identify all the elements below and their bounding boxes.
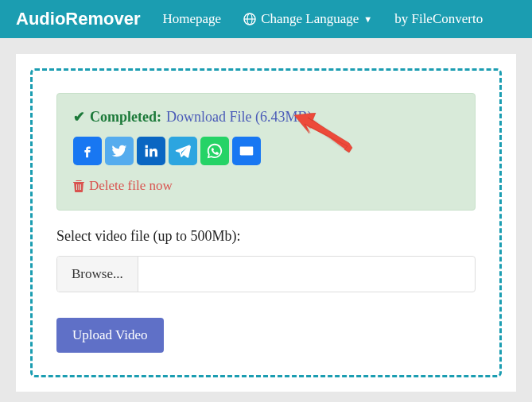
nav-change-language-label: Change Language [261,11,359,27]
page-wrapper: ✔ Completed: Download File (6.43MB) [0,38,532,402]
inner-wrap: ✔ Completed: Download File (6.43MB) [16,54,516,392]
chevron-down-icon: ▼ [363,14,372,24]
trash-icon [73,180,84,192]
delete-label: Delete file now [89,178,173,194]
telegram-icon [174,142,192,160]
share-email[interactable] [232,137,261,165]
nav-homepage[interactable]: Homepage [162,11,221,27]
email-icon [238,142,255,160]
delete-link[interactable]: Delete file now [73,178,173,194]
whatsapp-icon [206,142,223,160]
completed-line: ✔ Completed: Download File (6.43MB) [73,108,459,126]
download-link[interactable]: Download File (6.43MB) [166,109,313,126]
main-content: ✔ Completed: Download File (6.43MB) [30,68,502,377]
completed-label: Completed: [90,109,161,126]
navbar: AudioRemover Homepage Change Language ▼ … [0,0,532,38]
upload-button[interactable]: Upload Video [56,318,164,353]
nav-change-language[interactable]: Change Language ▼ [243,11,372,27]
nav-by-fileconverto[interactable]: by FileConverto [394,11,483,27]
share-linkedin[interactable] [137,137,165,165]
share-telegram[interactable] [169,137,197,165]
twitter-icon [111,142,128,160]
globe-icon [243,13,256,25]
social-row [73,137,459,165]
facebook-icon [79,142,96,160]
share-facebook[interactable] [73,137,102,165]
check-icon: ✔ [73,108,85,126]
share-twitter[interactable] [105,137,134,165]
success-box: ✔ Completed: Download File (6.43MB) [56,93,476,211]
linkedin-icon [142,142,160,160]
file-input-row: Browse... [56,256,476,292]
share-whatsapp[interactable] [200,137,229,165]
file-name-display [138,257,475,292]
browse-button[interactable]: Browse... [57,257,138,292]
select-video-label: Select video file (up to 500Mb): [56,228,476,245]
logo: AudioRemover [16,9,140,29]
